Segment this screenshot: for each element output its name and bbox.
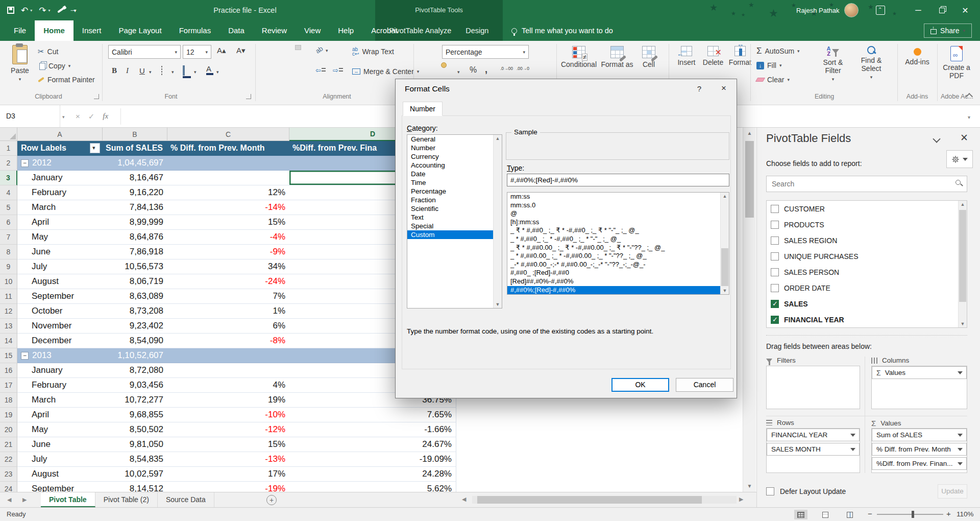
cell-C18[interactable]: 19% — [167, 393, 289, 408]
horizontal-scroll-thumb[interactable] — [477, 496, 702, 504]
cell-B10[interactable]: 8,06,719 — [103, 274, 167, 289]
save-icon[interactable] — [7, 7, 14, 14]
cell-D22[interactable]: -19.09% — [289, 452, 456, 467]
cell-C13[interactable]: 6% — [167, 319, 289, 334]
ribbon-display-options-icon[interactable] — [876, 6, 885, 15]
type-item-2[interactable]: @ — [507, 209, 729, 218]
paste-button[interactable]: Paste ▾ — [6, 45, 34, 82]
type-item-7[interactable]: _ * #,##0.00_ ;_ * -#,##0.00_ ;_ * "-"??… — [507, 252, 729, 260]
category-scrollbar[interactable]: ▲▼ — [493, 135, 502, 308]
category-item-accounting[interactable]: Accounting — [407, 161, 502, 170]
decrease-indent-button[interactable]: ⇦ — [315, 66, 326, 74]
cell-C15[interactable] — [167, 348, 289, 363]
page-break-view-button[interactable] — [843, 510, 856, 519]
collapse-icon[interactable] — [21, 352, 29, 360]
cell-A3[interactable]: January — [17, 171, 103, 185]
cell-A21[interactable]: June — [17, 437, 103, 452]
type-item-4[interactable]: _ ₹ * #,##0_ ;_ ₹ * -#,##0_ ;_ ₹ * "-"_ … — [507, 226, 729, 235]
field-scroll-thumb[interactable] — [959, 210, 966, 302]
category-item-currency[interactable]: Currency — [407, 152, 502, 161]
scroll-down-icon[interactable]: ▼ — [959, 321, 967, 326]
scroll-up-icon[interactable]: ▲ — [743, 128, 756, 139]
decrease-font-icon[interactable]: A▾ — [234, 45, 248, 56]
align-bottom-button[interactable] — [295, 45, 301, 50]
field-item-sales[interactable]: SALES — [767, 296, 967, 312]
cell-C19[interactable]: -10% — [167, 408, 289, 422]
cell-A17[interactable]: February — [17, 378, 103, 393]
category-item-fraction[interactable]: Fraction — [407, 196, 502, 204]
cell-C22[interactable]: -13% — [167, 452, 289, 467]
undo-dropdown-icon[interactable]: ▾ — [30, 8, 32, 13]
cell-C14[interactable]: -8% — [167, 334, 289, 348]
font-launcher-icon[interactable] — [246, 94, 251, 99]
redo-icon[interactable]: ↷ — [39, 6, 46, 15]
prev-sheet-icon[interactable]: ◀ — [7, 496, 11, 503]
cell-A19[interactable]: April — [17, 408, 103, 422]
row-header-13[interactable]: 13 — [0, 319, 17, 334]
search-input[interactable]: Search — [766, 176, 967, 192]
cell-A9[interactable]: July — [17, 259, 103, 274]
decrease-decimal-button[interactable]: .00→0 — [517, 66, 529, 71]
cell-C2[interactable] — [167, 156, 289, 171]
category-item-date[interactable]: Date — [407, 170, 502, 178]
autosum-button[interactable]: ΣAutoSum▾ — [756, 46, 800, 56]
row-header-16[interactable]: 16 — [0, 363, 17, 378]
cell-B7[interactable]: 8,64,876 — [103, 230, 167, 245]
category-item-time[interactable]: Time — [407, 178, 502, 187]
field-checkbox[interactable] — [771, 300, 779, 308]
zoom-out-icon[interactable]: − — [868, 509, 872, 518]
format-painter-qat-icon[interactable] — [57, 7, 64, 13]
name-box[interactable]: D3 — [0, 105, 60, 127]
restore-button[interactable] — [930, 0, 953, 20]
orientation-caret-icon[interactable]: ▾ — [326, 48, 328, 53]
cell-A7[interactable]: May — [17, 230, 103, 245]
find-select-button[interactable]: Find & Select ▾ — [853, 46, 889, 80]
add-ins-button[interactable]: Add-ins — [901, 48, 933, 66]
row-header-15[interactable]: 15 — [0, 348, 17, 363]
cell-A22[interactable]: July — [17, 452, 103, 467]
cell-A24[interactable]: September — [17, 482, 103, 492]
font-color-caret-icon[interactable]: ▾ — [216, 69, 219, 75]
pill-caret-icon[interactable] — [850, 434, 855, 437]
type-item-9[interactable]: #,##0_ ;[Red]-#,##0 — [507, 269, 729, 277]
menu-tab-review[interactable]: Review — [253, 20, 296, 41]
minimize-button[interactable]: ─ — [906, 0, 930, 20]
menu-tab-insert[interactable]: Insert — [74, 20, 110, 41]
dialog-help-button[interactable]: ? — [689, 84, 709, 93]
name-box-caret-icon[interactable]: ▾ — [62, 114, 65, 120]
cell-A13[interactable]: November — [17, 319, 103, 334]
cell-B14[interactable]: 8,54,090 — [103, 334, 167, 348]
cell-B11[interactable]: 8,63,089 — [103, 289, 167, 304]
row-header-24[interactable]: 24 — [0, 482, 17, 492]
cell-B2[interactable]: 1,04,45,697 — [103, 156, 167, 171]
fill-button[interactable]: ↓Fill▾ — [756, 61, 781, 69]
cell-B5[interactable]: 7,84,136 — [103, 200, 167, 215]
clipboard-launcher-icon[interactable] — [94, 94, 99, 99]
zoom-in-icon[interactable]: + — [946, 509, 951, 518]
cell-A23[interactable]: August — [17, 467, 103, 482]
cell-B20[interactable]: 8,50,502 — [103, 422, 167, 437]
update-button[interactable]: Update — [938, 484, 967, 499]
wrap-text-button[interactable]: abc↩Wrap Text — [352, 47, 394, 56]
row-header-2[interactable]: 2 — [0, 156, 17, 171]
menu-tab-file[interactable]: File — [5, 20, 35, 41]
cell-D23[interactable]: 24.28% — [289, 467, 456, 482]
category-item-special[interactable]: Special — [407, 222, 502, 230]
zoom-level[interactable]: 110% — [957, 510, 974, 518]
row-header-8[interactable]: 8 — [0, 245, 17, 259]
row-header-22[interactable]: 22 — [0, 452, 17, 467]
cell-B17[interactable]: 9,03,456 — [103, 378, 167, 393]
column-header-b[interactable]: B — [103, 128, 167, 141]
hscroll-left-icon[interactable]: ◀ — [462, 496, 466, 503]
cell-A11[interactable]: September — [17, 289, 103, 304]
row-header-18[interactable]: 18 — [0, 393, 17, 408]
cell-A16[interactable]: January — [17, 363, 103, 378]
cell-B4[interactable]: 9,16,220 — [103, 185, 167, 200]
close-button[interactable]: ✕ — [953, 0, 977, 20]
sheet-tab-pivot-table[interactable]: Pivot Table — [41, 492, 95, 507]
cell-B6[interactable]: 8,99,999 — [103, 215, 167, 230]
cell-A5[interactable]: March — [17, 200, 103, 215]
type-item-6[interactable]: _ ₹ * #,##0.00_ ;_ ₹ * -#,##0.00_ ;_ ₹ *… — [507, 244, 729, 252]
cut-button[interactable]: ✂Cut — [38, 47, 58, 56]
area-pill-sum-of-sales[interactable]: Sum of SALES — [872, 429, 967, 441]
